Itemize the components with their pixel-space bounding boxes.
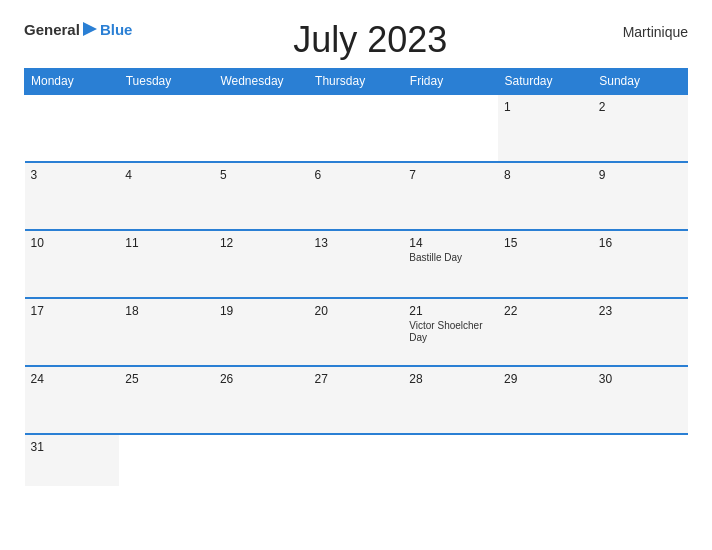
calendar-day-cell: 20 [309,298,404,366]
day-number: 13 [315,236,398,250]
calendar-day-cell: 26 [214,366,309,434]
day-number: 10 [31,236,114,250]
day-number: 1 [504,100,587,114]
day-number: 2 [599,100,682,114]
calendar-day-cell [403,94,498,162]
col-friday: Friday [403,68,498,94]
calendar-table: Monday Tuesday Wednesday Thursday Friday… [24,68,688,486]
day-number: 21 [409,304,492,318]
calendar-day-cell: 7 [403,162,498,230]
calendar-day-cell: 28 [403,366,498,434]
calendar-day-cell: 24 [25,366,120,434]
col-tuesday: Tuesday [119,68,214,94]
calendar-day-cell: 27 [309,366,404,434]
calendar-day-cell: 30 [593,366,688,434]
calendar-day-cell: 23 [593,298,688,366]
holiday-name: Bastille Day [409,252,492,264]
day-number: 31 [31,440,114,454]
day-number: 29 [504,372,587,386]
logo-general: General [24,22,80,37]
day-number: 26 [220,372,303,386]
calendar-day-cell: 29 [498,366,593,434]
calendar-day-cell [309,434,404,486]
col-saturday: Saturday [498,68,593,94]
day-number: 24 [31,372,114,386]
col-monday: Monday [25,68,120,94]
day-number: 12 [220,236,303,250]
calendar-day-cell: 31 [25,434,120,486]
calendar-day-cell: 11 [119,230,214,298]
day-number: 6 [315,168,398,182]
day-number: 4 [125,168,208,182]
calendar-day-cell: 13 [309,230,404,298]
calendar-day-cell [403,434,498,486]
calendar-day-cell: 5 [214,162,309,230]
calendar-week-row: 1718192021Victor Shoelcher Day2223 [25,298,688,366]
flag-icon [81,20,99,38]
day-number: 28 [409,372,492,386]
calendar-day-cell: 25 [119,366,214,434]
calendar-week-row: 1011121314Bastille Day1516 [25,230,688,298]
day-number: 19 [220,304,303,318]
logo-blue: Blue [100,22,133,37]
calendar-week-row: 31 [25,434,688,486]
header: General Blue July 2023 Martinique [24,20,688,60]
calendar-day-cell: 4 [119,162,214,230]
calendar-day-cell [214,94,309,162]
calendar-day-cell [593,434,688,486]
day-number: 25 [125,372,208,386]
day-number: 16 [599,236,682,250]
region-label: Martinique [608,20,688,40]
col-wednesday: Wednesday [214,68,309,94]
calendar-day-cell: 14Bastille Day [403,230,498,298]
svg-marker-0 [83,22,97,36]
calendar-day-cell [214,434,309,486]
day-number: 23 [599,304,682,318]
col-sunday: Sunday [593,68,688,94]
calendar-week-row: 24252627282930 [25,366,688,434]
calendar-week-row: 12 [25,94,688,162]
day-number: 7 [409,168,492,182]
calendar-day-cell [119,434,214,486]
calendar-day-cell: 12 [214,230,309,298]
calendar-day-cell: 9 [593,162,688,230]
day-number: 22 [504,304,587,318]
holiday-name: Victor Shoelcher Day [409,320,492,344]
day-number: 30 [599,372,682,386]
calendar-page: General Blue July 2023 Martinique Monday… [0,0,712,550]
day-number: 15 [504,236,587,250]
col-thursday: Thursday [309,68,404,94]
day-number: 18 [125,304,208,318]
calendar-day-cell [119,94,214,162]
day-number: 11 [125,236,208,250]
calendar-day-cell: 21Victor Shoelcher Day [403,298,498,366]
calendar-day-cell [309,94,404,162]
calendar-day-cell: 2 [593,94,688,162]
calendar-day-cell: 6 [309,162,404,230]
day-number: 8 [504,168,587,182]
day-number: 27 [315,372,398,386]
calendar-header-row: Monday Tuesday Wednesday Thursday Friday… [25,68,688,94]
calendar-day-cell: 8 [498,162,593,230]
logo: General Blue [24,20,132,38]
calendar-week-row: 3456789 [25,162,688,230]
calendar-day-cell: 10 [25,230,120,298]
calendar-day-cell: 15 [498,230,593,298]
calendar-day-cell: 19 [214,298,309,366]
day-number: 9 [599,168,682,182]
calendar-day-cell [498,434,593,486]
day-number: 17 [31,304,114,318]
calendar-day-cell [25,94,120,162]
calendar-day-cell: 16 [593,230,688,298]
day-number: 14 [409,236,492,250]
calendar-day-cell: 17 [25,298,120,366]
day-number: 3 [31,168,114,182]
calendar-day-cell: 18 [119,298,214,366]
day-number: 20 [315,304,398,318]
calendar-title: July 2023 [132,20,608,60]
day-number: 5 [220,168,303,182]
calendar-day-cell: 22 [498,298,593,366]
calendar-day-cell: 1 [498,94,593,162]
calendar-day-cell: 3 [25,162,120,230]
